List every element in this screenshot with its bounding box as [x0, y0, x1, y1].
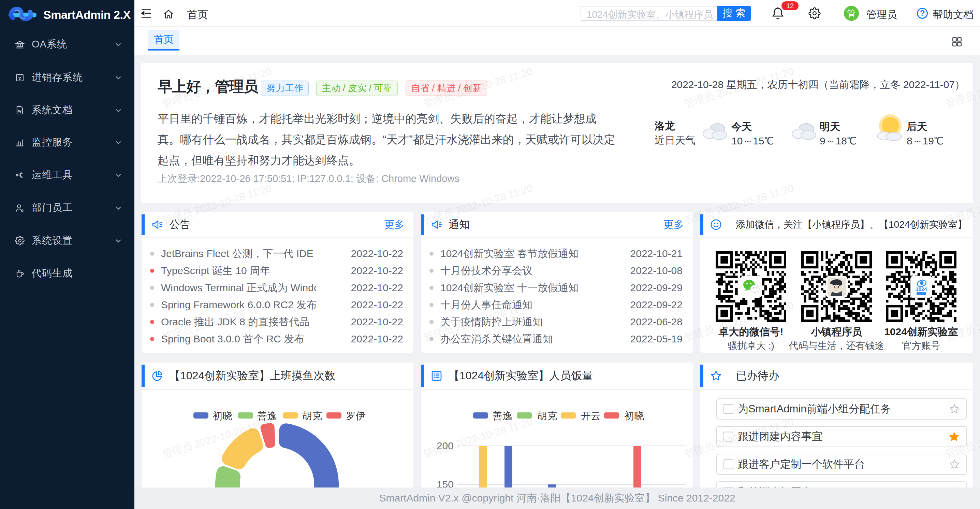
- svg-text:200: 200: [437, 440, 454, 451]
- svg-text:1024: 1024: [916, 286, 927, 292]
- svg-text:150: 150: [437, 479, 454, 488]
